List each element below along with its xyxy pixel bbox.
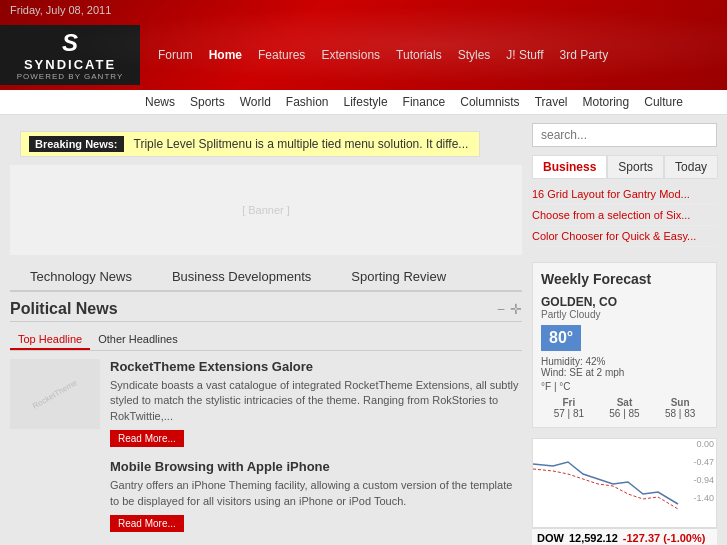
stock-label-3: -1.40 [693,493,714,503]
sidebar-tabs: Business Sports Today [532,155,717,179]
nav-fashion[interactable]: Fashion [286,95,329,109]
stock-labels: 0.00 -0.47 -0.94 -1.40 [693,439,714,511]
breaking-news-bar: Breaking News: Triple Level Splitmenu is… [20,131,480,157]
nav-news[interactable]: News [145,95,175,109]
read-more-2[interactable]: Read More... [110,515,184,532]
breaking-text: Triple Level Splitmenu is a multiple tie… [134,137,469,151]
forecast-box: Weekly Forecast GOLDEN, CO Partly Cloudy… [532,262,717,428]
stock-label-0: 0.00 [693,439,714,449]
forecast-title-bold: Forecast [593,271,651,287]
nav-jstuff[interactable]: J! Stuff [498,48,551,62]
news-thumb-1: RocketTheme [10,359,100,429]
forecast-humidity: Humidity: 42% [541,356,708,367]
stock-label-2: -0.94 [693,475,714,485]
day-temp-sun: 58 | 83 [665,408,695,419]
forecast-title-weekly: Weekly [541,271,589,287]
sidebar-tab-business[interactable]: Business [532,155,607,178]
dow-ticker: DOW [537,532,564,544]
page-wrapper: Friday, July 08, 2011 S SYNDICATE POWERE… [0,0,727,545]
section-controls: − ✛ [497,301,522,317]
stock-label-1: -0.47 [693,457,714,467]
news-body-2: Gantry offers an iPhone Theming facility… [110,478,522,509]
banner-area: [ Banner ] [10,165,522,255]
nav-finance[interactable]: Finance [403,95,446,109]
dow-value: 12,592.12 [569,532,618,544]
forecast-main: GOLDEN, CO Partly Cloudy 80° Humidity: 4… [541,295,708,378]
breaking-label: Breaking News: [29,136,124,152]
logo-name: SYNDICATE [24,57,116,72]
sidebar-tab-today[interactable]: Today [664,155,718,178]
nav-culture[interactable]: Culture [644,95,683,109]
news-item-1: RocketTheme RocketTheme Extensions Galor… [10,359,522,447]
news-item-2: Mobile Browsing with Apple iPhone Gantry… [10,459,522,532]
news-title-1: RocketTheme Extensions Galore [110,359,522,374]
content-area: Breaking News: Triple Level Splitmenu is… [10,123,522,545]
stock-area: 0.00 -0.47 -0.94 -1.40 [532,438,717,528]
forecast-day-fri: Fri 57 | 81 [554,397,584,419]
forecast-day-sun: Sun 58 | 83 [665,397,695,419]
sidebar-link-2[interactable]: Choose from a selection of Six... [532,205,717,226]
forecast-location: GOLDEN, CO [541,295,708,309]
day-temp-sat: 56 | 85 [609,408,639,419]
header-main: S SYNDICATE POWERED BY GANTRY Forum Home… [0,20,727,90]
sub-tab-other-headlines[interactable]: Other Headlines [90,330,186,350]
nav-sports[interactable]: Sports [190,95,225,109]
read-more-1[interactable]: Read More... [110,430,184,447]
dow-change: -127.37 (-1.00%) [623,532,706,544]
tab-sporting-review[interactable]: Sporting Review [331,263,466,290]
section-header: Political News − ✛ [10,300,522,322]
nav-extensions[interactable]: Extensions [313,48,388,62]
top-nav: Forum Home Features Extensions Tutorials… [140,48,727,62]
day-name-sat: Sat [609,397,639,408]
nav-forum[interactable]: Forum [150,48,201,62]
tab-business-developments[interactable]: Business Developments [152,263,331,290]
content-tabs: Technology News Business Developments Sp… [10,263,522,292]
forecast-temp: 80° [541,325,708,351]
thumb-placeholder-1: RocketTheme [31,378,79,411]
nav-lifestyle[interactable]: Lifestyle [344,95,388,109]
tab-technology-news[interactable]: Technology News [10,263,152,290]
sidebar: Business Sports Today 16 Grid Layout for… [532,123,717,545]
sidebar-link-3[interactable]: Color Chooser for Quick & Easy... [532,226,717,247]
sidebar-link-1[interactable]: 16 Grid Layout for Gantry Mod... [532,184,717,205]
nav-travel[interactable]: Travel [535,95,568,109]
news-content-2: Mobile Browsing with Apple iPhone Gantry… [110,459,522,532]
minimize-icon[interactable]: − [497,301,505,317]
sub-tab-top-headline[interactable]: Top Headline [10,330,90,350]
logo: S SYNDICATE POWERED BY GANTRY [0,25,140,85]
sidebar-tab-sports[interactable]: Sports [607,155,664,178]
nav-columnists[interactable]: Columnists [460,95,519,109]
temp-badge: 80° [541,325,581,351]
nav-tutorials[interactable]: Tutorials [388,48,450,62]
forecast-title: Weekly Forecast [541,271,708,287]
sub-tabs: Top Headline Other Headlines [10,330,522,351]
day-name-sun: Sun [665,397,695,408]
nav-3rdparty[interactable]: 3rd Party [551,48,616,62]
secondary-nav: News Sports World Fashion Lifestyle Fina… [0,90,727,115]
search-input[interactable] [532,123,717,147]
forecast-desc: Partly Cloudy [541,309,708,320]
forecast-days: Fri 57 | 81 Sat 56 | 85 Sun 58 | 83 [541,397,708,419]
temp-toggle[interactable]: °F | °C [541,381,708,392]
news-body-1: Syndicate boasts a vast catalogue of int… [110,378,522,424]
nav-motoring[interactable]: Motoring [583,95,630,109]
banner-placeholder: [ Banner ] [242,204,290,216]
day-temp-fri: 57 | 81 [554,408,584,419]
forecast-wind: Wind: SE at 2 mph [541,367,708,378]
stock-chart-svg [533,444,683,514]
logo-letter: S [62,29,78,57]
nav-styles[interactable]: Styles [450,48,499,62]
logo-sub: POWERED BY GANTRY [17,72,124,81]
news-title-2: Mobile Browsing with Apple iPhone [110,459,522,474]
sidebar-links: 16 Grid Layout for Gantry Mod... Choose … [532,184,717,247]
day-name-fri: Fri [554,397,584,408]
nav-world[interactable]: World [240,95,271,109]
dow-bar: DOW 12,592.12 -127.37 (-1.00%) [532,528,717,545]
nav-features[interactable]: Features [250,48,313,62]
expand-icon[interactable]: ✛ [510,301,522,317]
date-bar: Friday, July 08, 2011 [0,0,727,20]
forecast-day-sat: Sat 56 | 85 [609,397,639,419]
political-news-section: Political News − ✛ Top Headline Other He… [10,300,522,545]
header: Friday, July 08, 2011 S SYNDICATE POWERE… [0,0,727,90]
nav-home[interactable]: Home [201,48,250,62]
